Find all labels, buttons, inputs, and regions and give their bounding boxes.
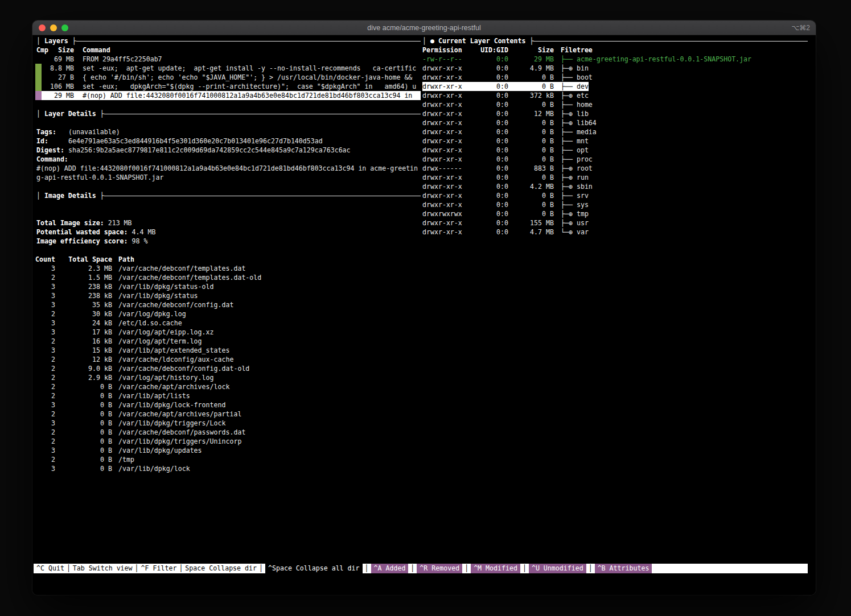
filetree-pane-header: │ ● Current Layer Contents ├ <box>422 36 808 46</box>
filetree-row[interactable]: drwxr-xr-x 0:0 155 MB ├─⊕ usr <box>422 218 808 228</box>
filetree-row[interactable]: drwxr-xr-x 0:0 372 kB ├─⊕ etc <box>422 91 808 100</box>
layer-row[interactable]: 106 MB set -eux; dpkgArch="$(dpkg --prin… <box>34 82 421 91</box>
file-tree-cell: ├─⊕ etc <box>554 91 589 100</box>
filetree-row[interactable]: drwxr-xr-x 0:0 0 B ├── dev <box>422 82 808 91</box>
wasted-file-space: 35 kB <box>55 300 112 309</box>
spacer-row <box>34 100 421 109</box>
wasted-file-path: /var/log/apt/eipp.log.xz <box>112 328 214 337</box>
wasted-file-space: 17 kB <box>55 328 112 337</box>
layer-row[interactable]: 29 MB #(nop) ADD file:4432080f0016f74100… <box>34 91 421 100</box>
filetree-row[interactable]: drwxr-xr-x 0:0 0 B ├── boot <box>422 73 808 82</box>
file-size: 372 kB <box>508 91 554 100</box>
column-header-total-space: Total Space <box>55 255 112 264</box>
filetree-row[interactable]: drwxr-xr-x 0:0 0 B ├─⊕ run <box>422 173 808 182</box>
tree-entry-name: sys <box>577 201 589 209</box>
filetree-row[interactable]: drwxr-xr-x 0:0 4.2 MB ├─⊕ sbin <box>422 182 808 191</box>
layer-row[interactable]: 69 MB FROM 29a4ff5c2250ab7 <box>34 55 421 64</box>
column-header-size: Size <box>48 46 74 55</box>
wasted-file-count: 3 <box>34 291 55 300</box>
wasted-file-space: 238 kB <box>55 282 112 291</box>
image-details-title: Image Details <box>44 191 96 200</box>
file-size: 4.7 MB <box>508 228 554 237</box>
wasted-file-space: 0 B <box>55 419 112 428</box>
filetree-row[interactable]: drwxr-xr-x 0:0 0 B ├── srv <box>422 191 808 200</box>
file-permission: drwxr-xr-x <box>422 200 464 209</box>
wasted-file-count: 3 <box>34 400 55 410</box>
tree-entry-name: lib64 <box>577 119 597 127</box>
tree-entry-name: etc <box>577 92 589 100</box>
layer-row[interactable]: 27 B { echo '#/bin/sh'; echo 'echo "$JAV… <box>34 73 421 82</box>
file-uid-gid: 0:0 <box>464 218 508 228</box>
file-permission: drwxr-xr-x <box>422 146 464 155</box>
file-size: 29 MB <box>508 55 554 64</box>
wasted-file-count: 3 <box>34 300 55 309</box>
file-tree-cell: ├── boot <box>554 73 593 82</box>
layer-size: 27 B <box>42 73 74 82</box>
wasted-file-path: /var/cache/debconf/templates.dat <box>112 264 245 273</box>
filetree-row[interactable]: drwx------ 0:0 883 B ├─⊕ root <box>422 164 808 173</box>
tree-branch-glyph: ├─⊕ <box>561 64 577 72</box>
statusbar-keybinding--r-removed: ^R Removed <box>417 564 462 573</box>
filetree-row[interactable]: drwxr-xr-x 0:0 0 B ├─⊕ lib64 <box>422 118 808 127</box>
filetree-row[interactable]: drwxr-xr-x 0:0 0 B ├── home <box>422 100 808 109</box>
zoom-window-button[interactable] <box>61 24 68 31</box>
wasted-file-row: 3 238 kB /var/lib/dpkg/status <box>34 291 421 300</box>
wasted-file-space: 24 kB <box>55 319 112 328</box>
filetree-row[interactable]: drwxr-xr-x 0:0 0 B ├── opt <box>422 146 808 155</box>
layer-row[interactable]: 8.8 MB set -eux; apt-get update; apt-get… <box>34 64 421 73</box>
file-uid-gid: 0:0 <box>464 137 508 146</box>
filetree-row[interactable]: -rw-r--r-- 0:0 29 MB ├── acme-greeting-a… <box>422 55 808 64</box>
tree-entry-name: root <box>577 164 593 172</box>
filetree-row[interactable]: drwxr-xr-x 0:0 0 B ├── sys <box>422 200 808 209</box>
wasted-file-count: 2 <box>34 309 55 319</box>
filetree-row[interactable]: drwxr-xr-x 0:0 0 B ├── proc <box>422 155 808 164</box>
wasted-file-row: 2 1.5 MB /var/cache/debconf/templates.da… <box>34 273 421 282</box>
file-size: 0 B <box>508 137 554 146</box>
wasted-file-count: 2 <box>34 382 55 391</box>
file-size: 0 B <box>508 146 554 155</box>
image-size-row: Total Image size: 213 MB <box>34 218 421 228</box>
file-permission: drwxr-xr-x <box>422 173 464 182</box>
wasted-file-row: 2 0 B /var/cache/apt/archives/partial <box>34 410 421 419</box>
filetree-row[interactable]: drwxr-xr-x 0:0 4.9 MB ├─⊕ bin <box>422 64 808 73</box>
filetree-list: -rw-r--r-- 0:0 29 MB ├── acme-greeting-a… <box>422 55 808 237</box>
tree-branch-glyph: ├─⊕ <box>561 119 577 127</box>
wasted-file-count: 3 <box>34 464 55 473</box>
layer-command-line: g-api-restful-0.0.1-SNAPSHOT.jar <box>34 173 421 182</box>
filetree-row[interactable]: drwxr-xr-x 0:0 0 B ├── mnt <box>422 137 808 146</box>
tree-entry-name: bin <box>577 64 589 72</box>
filetree-row[interactable]: drwxrwxrwx 0:0 0 B ├─⊕ tmp <box>422 209 808 218</box>
efficiency-score-row: Image efficiency score: 98 % <box>34 237 421 246</box>
file-uid-gid: 0:0 <box>464 109 508 118</box>
wasted-file-row: 3 0 B /var/lib/dpkg/lock <box>34 464 421 473</box>
file-tree-cell: └─⊕ var <box>554 228 589 237</box>
file-permission: drwxr-xr-x <box>422 91 464 100</box>
layer-command-label-row: Command: <box>34 155 421 164</box>
layer-id-row: Id: 6e4e791ae63a5c3ed844916b4f5e301d360e… <box>34 137 421 146</box>
column-header-command: Command <box>83 46 110 55</box>
filetree-row[interactable]: drwxr-xr-x 0:0 4.7 MB └─⊕ var <box>422 228 808 237</box>
wasted-file-row: 2 30 kB /var/log/dpkg.log <box>34 309 421 319</box>
file-tree-cell: ├─⊕ lib64 <box>554 118 597 127</box>
filetree-row[interactable]: drwxr-xr-x 0:0 12 MB ├─⊕ lib <box>422 109 808 118</box>
wasted-file-count: 3 <box>34 419 55 428</box>
efficiency-score-value: 98 % <box>132 237 148 246</box>
wasted-space-value: 4.4 MB <box>132 228 156 237</box>
tree-branch-glyph: ├── <box>561 82 577 90</box>
wasted-file-space: 0 B <box>55 455 112 464</box>
file-permission: drwxr-xr-x <box>422 137 464 146</box>
spacer-row <box>34 200 421 209</box>
file-size: 0 B <box>508 82 554 91</box>
file-uid-gid: 0:0 <box>464 82 508 91</box>
id-value: 6e4e791ae63a5c3ed844916b4f5e301d360e20c7… <box>68 137 323 146</box>
filetree-row[interactable]: drwxr-xr-x 0:0 0 B ├── media <box>422 127 808 137</box>
window-titlebar[interactable]: dive acme/acme-greeting-api-restful ⌥⌘2 <box>32 20 816 35</box>
layers-list: 69 MB FROM 29a4ff5c2250ab7 8.8 MB set -e… <box>34 55 421 100</box>
wasted-file-row: 3 15 kB /var/lib/apt/extended_states <box>34 346 421 355</box>
file-size: 12 MB <box>508 109 554 118</box>
close-window-button[interactable] <box>39 24 46 31</box>
minimize-window-button[interactable] <box>50 24 57 31</box>
column-header-permission: Permission <box>422 46 464 55</box>
layers-pane-title: Layers <box>44 36 68 46</box>
wasted-file-count: 2 <box>34 391 55 400</box>
